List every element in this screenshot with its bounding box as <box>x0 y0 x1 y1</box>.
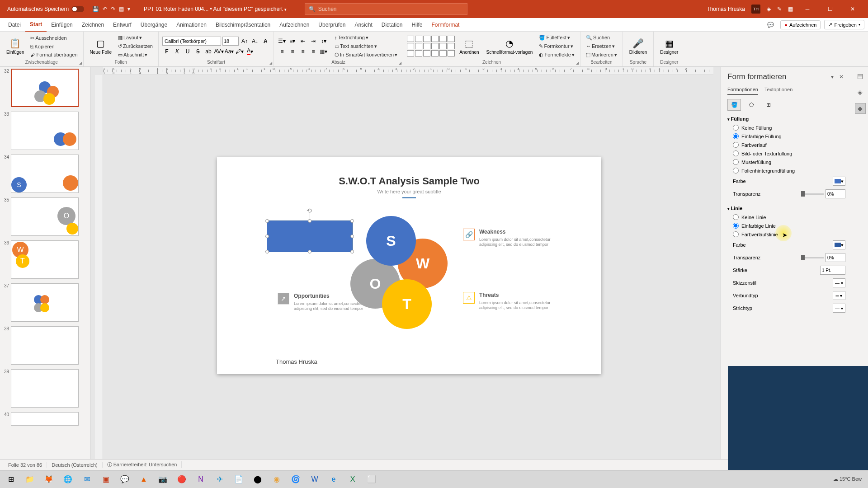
outdent-icon[interactable]: ⇤ <box>298 37 307 46</box>
align-left-icon[interactable]: ≡ <box>278 47 287 56</box>
start-button[interactable]: ⊞ <box>2 471 20 488</box>
radio-picture-fill[interactable]: Bild- oder Texturfüllung <box>727 149 845 158</box>
accessibility-status[interactable]: ⓘ Barrierefreiheit: Untersuchen <box>103 461 182 468</box>
user-name[interactable]: Thomas Hruska <box>707 6 745 12</box>
effects-icon[interactable]: ⬠ <box>745 99 758 111</box>
onenote-icon[interactable]: N <box>192 471 210 488</box>
tab-aufzeichnen[interactable]: Aufzeichnen <box>275 18 314 32</box>
vlc-icon[interactable]: ▲ <box>135 471 153 488</box>
thumbnail-37[interactable] <box>11 283 79 322</box>
undo-icon[interactable]: ↶ <box>103 6 107 12</box>
launcher-icon[interactable]: ◢ <box>576 61 579 65</box>
text-direction-button[interactable]: ↕ Textrichtung ▾ <box>333 34 399 42</box>
sketch-button[interactable]: — ▾ <box>833 278 845 287</box>
thumbnail-32[interactable] <box>11 69 79 107</box>
underline-icon[interactable]: U <box>183 47 192 56</box>
chevron-down-icon[interactable]: ▾ <box>827 74 837 80</box>
font-color-icon[interactable]: A▾ <box>245 47 255 56</box>
obs-icon[interactable]: ⬤ <box>249 471 267 488</box>
arrange-button[interactable]: ⬚Anordnen <box>457 37 481 56</box>
app-icon-4[interactable]: 📄 <box>230 471 248 488</box>
redo-icon[interactable]: ↷ <box>111 6 115 12</box>
copy-button[interactable]: ⎘ Kopieren <box>28 43 79 50</box>
search-box[interactable]: 🔍 <box>305 3 467 15</box>
radio-solid-line[interactable]: Einfarbige Linie <box>727 221 845 230</box>
record-button[interactable]: ●Aufzeichnen <box>780 20 821 29</box>
thumbnail-36[interactable]: WT <box>11 240 79 279</box>
font-name-input[interactable] <box>162 37 221 46</box>
powerpoint-icon[interactable]: ▣ <box>97 471 115 488</box>
align-center-icon[interactable]: ≡ <box>288 47 297 56</box>
tab-einfuegen[interactable]: Einfügen <box>47 18 77 32</box>
bullets-icon[interactable]: ☰▾ <box>278 37 287 46</box>
radio-gradient-fill[interactable]: Farbverlauf <box>727 141 845 149</box>
radio-no-fill[interactable]: Keine Füllung <box>727 123 845 132</box>
word-icon[interactable]: W <box>306 471 324 488</box>
user-avatar[interactable]: TH <box>751 5 760 14</box>
align-right-icon[interactable]: ≡ <box>298 47 307 56</box>
outlook-icon[interactable]: ✉ <box>78 471 96 488</box>
numbering-icon[interactable]: ≡▾ <box>288 37 297 46</box>
comments-icon[interactable]: 💬 <box>764 22 777 28</box>
telegram-icon[interactable]: ✈ <box>211 471 229 488</box>
radio-gradient-line[interactable]: Farbverlaufslinie <box>727 230 845 239</box>
selected-rectangle[interactable] <box>267 221 353 252</box>
fill-color-button[interactable]: ▾ <box>833 177 845 186</box>
circle-t[interactable]: T <box>382 279 432 329</box>
rail-icon-1[interactable]: ▤ <box>855 70 866 81</box>
shape-effects-button[interactable]: ◐ Formeffekte ▾ <box>537 51 576 59</box>
line-width-input[interactable] <box>820 266 845 275</box>
clear-format-icon[interactable]: A̷ <box>261 37 270 46</box>
tab-datei[interactable]: Datei <box>4 18 25 32</box>
swot-diagram[interactable]: S W O T <box>344 216 461 333</box>
dictate-button[interactable]: 🎤Diktieren <box>627 37 650 56</box>
explorer-icon[interactable]: 📁 <box>21 471 39 488</box>
replace-button[interactable]: ↔ Ersetzen ▾ <box>584 42 619 50</box>
shapes-gallery[interactable] <box>407 36 455 56</box>
align-text-button[interactable]: ▭ Text ausrichten ▾ <box>333 42 399 50</box>
excel-icon[interactable]: X <box>344 471 362 488</box>
find-button[interactable]: 🔍 Suchen <box>584 34 619 42</box>
weather-widget[interactable]: ☁ 15°C Bew <box>833 476 862 482</box>
rail-format-icon[interactable]: ◆ <box>855 103 866 114</box>
tab-bildschirm[interactable]: Bildschirmpräsentation <box>211 18 275 32</box>
tab-entwurf[interactable]: Entwurf <box>108 18 136 32</box>
circle-s[interactable]: S <box>366 216 416 266</box>
layout-button[interactable]: ▦ Layout ▾ <box>116 34 155 42</box>
slide-counter[interactable]: Folie 32 von 86 <box>4 462 47 468</box>
author-text[interactable]: Thomas Hruska <box>276 358 317 365</box>
case-icon[interactable]: Aa▾ <box>225 47 234 56</box>
quick-styles-button[interactable]: ◔Schnellformat-vorlagen <box>484 37 536 56</box>
app-icon-7[interactable]: ⬜ <box>363 471 381 488</box>
slide-editor[interactable]: 16 15 14 13 12 11 10 9 8 7 6 5 4 3 2 1 0… <box>90 67 721 470</box>
justify-icon[interactable]: ≡ <box>309 47 318 56</box>
app-icon-6[interactable]: 🌀 <box>287 471 305 488</box>
shape-outline-button[interactable]: ✎ Formkontur ▾ <box>537 42 576 50</box>
dash-button[interactable]: — ▾ <box>833 304 845 313</box>
launcher-icon[interactable]: ◢ <box>399 61 401 65</box>
line-spacing-icon[interactable]: ↕▾ <box>319 37 328 46</box>
radio-solid-fill[interactable]: Einfarbige Füllung <box>727 132 845 141</box>
thumbnail-34[interactable]: S <box>11 155 79 193</box>
compound-button[interactable]: ═ ▾ <box>833 291 845 300</box>
tab-formformat[interactable]: Formformat <box>427 18 464 32</box>
shape-fill-button[interactable]: 🪣 Fülleffekt ▾ <box>537 34 576 42</box>
slide-canvas[interactable]: S.W.O.T Analysis Sample Two Write here y… <box>217 157 601 374</box>
tab-start[interactable]: Start <box>25 18 47 32</box>
line-section-header[interactable]: Linie <box>727 204 845 213</box>
radio-no-line[interactable]: Keine Linie <box>727 213 845 221</box>
tab-uebergaenge[interactable]: Übergänge <box>136 18 172 32</box>
toggle-switch[interactable] <box>71 6 84 12</box>
thumbnail-38[interactable] <box>11 326 79 365</box>
fill-line-icon[interactable]: 🪣 <box>727 99 741 111</box>
spacing-icon[interactable]: AV▾ <box>214 47 223 56</box>
app-icon-2[interactable]: 📷 <box>154 471 172 488</box>
columns-icon[interactable]: ▥▾ <box>319 47 328 56</box>
indent-icon[interactable]: ⇥ <box>309 37 318 46</box>
line-color-button[interactable]: ▾ <box>833 240 845 249</box>
rail-icon-2[interactable]: ◈ <box>855 87 866 98</box>
close-panel-icon[interactable]: ✕ <box>837 74 845 80</box>
thumbnail-35[interactable]: O <box>11 197 79 236</box>
thumbnail-33[interactable] <box>11 112 79 150</box>
shadow-icon[interactable]: ab <box>204 47 213 56</box>
